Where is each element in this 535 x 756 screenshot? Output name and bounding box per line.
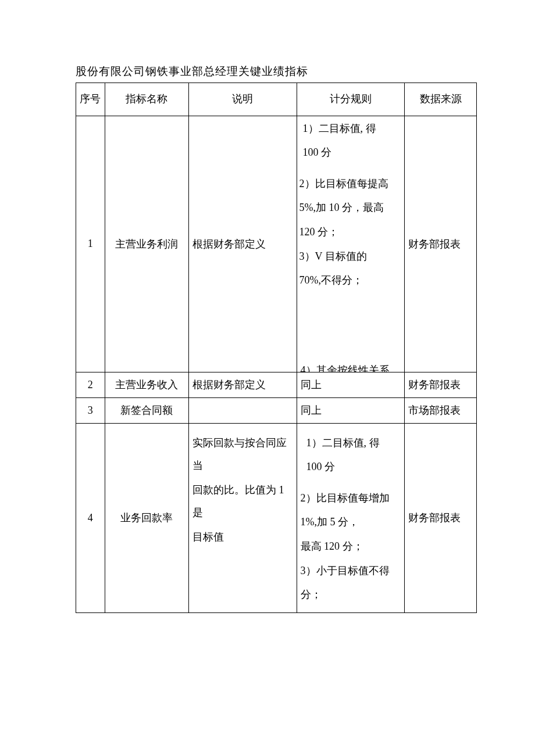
cell-source: 财务部报表 [405, 423, 477, 612]
table-row: 1 主营业务利润 根据财务部定义 1）二目标值, 得 100 分 2）比目标值每… [76, 116, 477, 372]
rule-line: 1）二目标值, 得 [297, 117, 405, 141]
rule-line: 2）比目标值每增加 [301, 487, 402, 510]
rule-line: 3）V 目标值的 [297, 245, 405, 268]
rule-line: 分； [301, 583, 402, 607]
cell-rule: 同上 [297, 372, 405, 397]
cell-seq: 3 [76, 397, 105, 423]
rule-line: 1%,加 5 分， [301, 511, 402, 534]
table-row: 4 业务回款率 实际回款与按合同应当 回款的比。比值为 1 是 目标值 1）二目… [76, 423, 477, 612]
rule-line: 2）比目标值每提高 [297, 173, 405, 196]
col-rule: 计分规则 [297, 83, 405, 116]
cell-desc: 根据财务部定义 [188, 372, 297, 397]
rule-line-cut: 4）其余按线性关系 [301, 359, 401, 372]
cell-name: 新签合同额 [105, 397, 188, 423]
col-name: 指标名称 [105, 83, 188, 116]
rule-line: 最高 120 分； [301, 535, 402, 558]
rule-line: 1）二目标值, 得 [301, 432, 402, 455]
kpi-table: 序号 指标名称 说明 计分规则 数据来源 1 主营业务利润 根据财务部定义 1）… [76, 83, 477, 613]
rule-line: 100 分 [297, 141, 405, 164]
col-desc: 说明 [188, 83, 297, 116]
cell-rule: 1）二目标值, 得 100 分 2）比目标值每提高 5%,加 10 分，最高 1… [297, 116, 405, 372]
document-title: 股份有限公司钢铁事业部总经理关键业绩指标 [76, 64, 477, 79]
cell-desc: 根据财务部定义 [188, 116, 297, 372]
cell-seq: 4 [76, 423, 105, 612]
cell-rule: 1）二目标值, 得 100 分 2）比目标值每增加 1%,加 5 分， 最高 1… [297, 423, 405, 612]
cell-source: 市场部报表 [405, 397, 477, 423]
col-seq: 序号 [76, 83, 105, 116]
cell-rule: 同上 [297, 397, 405, 423]
rule-line: 3）小于目标值不得 [301, 560, 402, 583]
cell-name: 主营业务收入 [105, 372, 188, 397]
page: 股份有限公司钢铁事业部总经理关键业绩指标 序号 指标名称 说明 计分规则 数据来… [0, 0, 535, 613]
cell-seq: 2 [76, 372, 105, 397]
desc-line: 回款的比。比值为 1 是 [192, 479, 294, 525]
desc-line: 实际回款与按合同应当 [192, 432, 294, 478]
cell-desc: 实际回款与按合同应当 回款的比。比值为 1 是 目标值 [188, 423, 297, 612]
cell-name: 主营业务利润 [105, 116, 188, 372]
desc-line: 目标值 [192, 526, 294, 549]
rule-line: 100 分 [301, 456, 402, 479]
cell-name: 业务回款率 [105, 423, 188, 612]
rule-line: 120 分； [297, 221, 405, 244]
table-row: 3 新签合同额 同上 市场部报表 [76, 397, 477, 423]
rule-line: 70%,不得分； [297, 269, 405, 292]
cell-source: 财务部报表 [405, 372, 477, 397]
table-header-row: 序号 指标名称 说明 计分规则 数据来源 [76, 83, 477, 116]
col-source: 数据来源 [405, 83, 477, 116]
rule-line: 5%,加 10 分，最高 [297, 196, 405, 220]
cell-seq: 1 [76, 116, 105, 372]
table-row: 2 主营业务收入 根据财务部定义 同上 财务部报表 [76, 372, 477, 397]
cell-source: 财务部报表 [405, 116, 477, 372]
cell-desc [188, 397, 297, 423]
